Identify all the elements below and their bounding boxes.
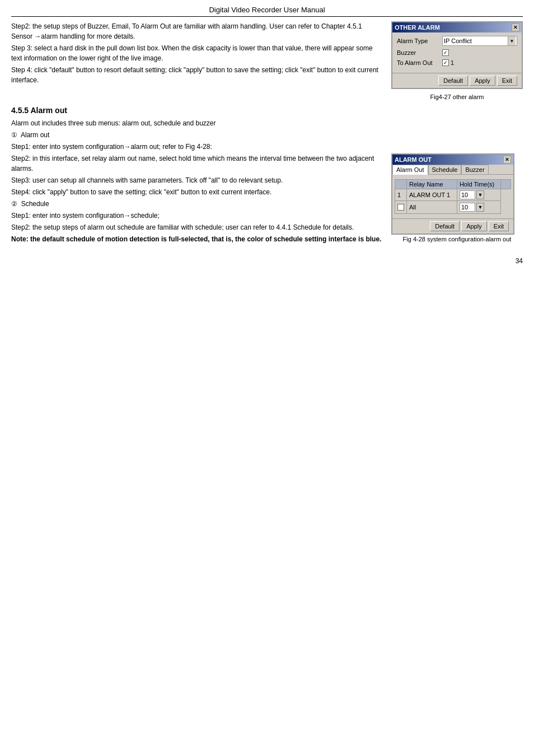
455-step1: Step1: enter into system configuration→a… <box>11 142 523 152</box>
section-455-heading: 4.5.5 Alarm out <box>11 106 523 115</box>
alarm-out-dialog-area: ALARM OUT ✕ Alarm Out Schedule Buzzer Re… <box>391 153 523 246</box>
item1-text: Alarm out <box>21 131 49 139</box>
buzzer-checkbox-area: ✓ <box>442 49 449 56</box>
item1-num: ① <box>11 131 17 139</box>
step2-text: Step2: the setup steps of Buzzer, Email,… <box>11 21 385 41</box>
alarm-type-label: Alarm Type <box>397 38 439 44</box>
schedule-note: Note: the default schedule of motion det… <box>11 234 385 244</box>
hold-time-input-1[interactable] <box>460 190 475 199</box>
other-alarm-body: Alarm Type IP Conflict ▼ Buzzer ✓ To Ala… <box>392 32 522 73</box>
tab-buzzer[interactable]: Buzzer <box>461 165 488 174</box>
alarm-out-footer: Default Apply Exit <box>392 218 513 234</box>
alarm-out-default-button[interactable]: Default <box>430 221 460 231</box>
other-alarm-titlebar: OTHER ALARM ✕ <box>392 22 522 32</box>
alarm-type-value: IP Conflict <box>444 38 472 44</box>
col-header-num <box>395 180 407 189</box>
col-header-hold-time: Hold Time(s) <box>457 180 500 189</box>
455-step4: Step4: click "apply" button to save the … <box>11 187 385 197</box>
page-number: 34 <box>11 257 523 265</box>
buzzer-checkbox[interactable]: ✓ <box>442 49 449 56</box>
fig4-27-caption: Fig4-27 other alarm <box>391 94 523 100</box>
relay-name-1: ALARM OUT 1 <box>407 189 457 201</box>
other-alarm-dialog: OTHER ALARM ✕ Alarm Type IP Conflict ▼ B… <box>391 21 523 89</box>
table-row: 1 ALARM OUT 1 ▼ <box>395 189 511 201</box>
alarm-out-table: Relay Name Hold Time(s) 1 ALARM OUT 1 <box>395 179 511 214</box>
other-alarm-title: OTHER ALARM <box>395 24 440 31</box>
item2-text: Schedule <box>21 200 49 208</box>
other-alarm-exit-button[interactable]: Exit <box>497 76 517 86</box>
alarm-type-dropdown-arrow[interactable]: ▼ <box>508 36 516 45</box>
buzzer-label: Buzzer <box>397 49 439 56</box>
to-alarm-out-checkbox-area: ✓ 1 <box>442 59 454 66</box>
alarm-out-close-button[interactable]: ✕ <box>503 156 511 164</box>
alarm-type-select[interactable]: IP Conflict ▼ <box>442 36 517 46</box>
schedule-step1: Step1: enter into system configuration→s… <box>11 211 385 221</box>
alarm-type-row: Alarm Type IP Conflict ▼ <box>397 36 517 46</box>
all-checkbox[interactable] <box>397 204 404 211</box>
to-alarm-out-value: 1 <box>451 59 454 66</box>
to-alarm-out-checkbox[interactable]: ✓ <box>442 59 449 66</box>
to-alarm-out-row: To Alarm Out ✓ 1 <box>397 59 517 66</box>
step4-text: Step 4: click "default" button to resort… <box>11 65 385 85</box>
other-alarm-default-button[interactable]: Default <box>438 76 468 86</box>
other-alarm-close-button[interactable]: ✕ <box>512 24 519 31</box>
all-row: All ▼ <box>395 201 511 214</box>
455-step2: Step2: in this interface, set relay alar… <box>11 153 385 174</box>
page-title: Digital Video Recorder User Manual <box>11 6 523 17</box>
hold-time-cell-1: ▼ <box>457 189 500 201</box>
alarm-out-table-container: Relay Name Hold Time(s) 1 ALARM OUT 1 <box>392 175 513 218</box>
other-alarm-dialog-area: OTHER ALARM ✕ Alarm Type IP Conflict ▼ B… <box>391 21 523 100</box>
col-header-relay-name: Relay Name <box>407 180 457 189</box>
item2-label: ② Schedule <box>11 199 385 209</box>
all-hold-time-cell: ▼ <box>457 201 500 214</box>
alarm-out-exit-button[interactable]: Exit <box>489 221 509 231</box>
alarm-out-text: Step2: in this interface, set relay alar… <box>11 153 385 246</box>
intro-text-area: Step2: the setup steps of Buzzer, Email,… <box>11 21 385 100</box>
to-alarm-out-label: To Alarm Out <box>397 59 439 66</box>
col-header-extra <box>501 180 511 189</box>
alarm-out-titlebar: ALARM OUT ✕ <box>392 155 513 165</box>
all-hold-time-input[interactable] <box>460 203 475 212</box>
schedule-step2: Step2: the setup steps of alarm out sche… <box>11 222 385 232</box>
hold-time-dropdown-1[interactable]: ▼ <box>476 190 484 199</box>
alarm-out-tabs-bar: Alarm Out Schedule Buzzer <box>392 165 513 175</box>
tab-alarm-out[interactable]: Alarm Out <box>392 165 428 175</box>
item1-label: ① Alarm out <box>11 130 523 140</box>
alarm-out-title: ALARM OUT <box>395 156 432 163</box>
row-num-1: 1 <box>395 189 407 201</box>
all-label: All <box>407 201 457 214</box>
455-step3: Step3: user can setup all channels with … <box>11 175 385 185</box>
all-hold-time-dropdown[interactable]: ▼ <box>476 203 484 212</box>
step3-disk-text: Step 3: select a hard disk in the pull d… <box>11 43 385 63</box>
alarm-out-section: Step2: in this interface, set relay alar… <box>11 153 523 246</box>
fig4-28-caption: Fig 4-28 system configuration-alarm out <box>391 236 523 242</box>
other-alarm-apply-button[interactable]: Apply <box>470 76 495 86</box>
item2-num: ② <box>11 200 17 208</box>
buzzer-row: Buzzer ✓ <box>397 49 517 56</box>
alarm-out-dialog: ALARM OUT ✕ Alarm Out Schedule Buzzer Re… <box>391 153 514 235</box>
alarm-out-apply-button[interactable]: Apply <box>461 221 487 231</box>
tab-schedule[interactable]: Schedule <box>428 165 462 174</box>
all-checkbox-cell <box>395 201 407 214</box>
section-455-intro: Alarm out includes three sub menus: alar… <box>11 118 523 128</box>
other-alarm-footer: Default Apply Exit <box>392 73 522 88</box>
